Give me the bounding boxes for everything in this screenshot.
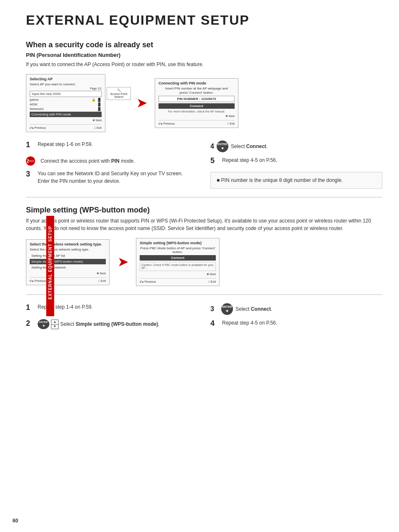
pin-step-3: 3 You can see the Network ID and Securit… [26,170,198,189]
wps-row-adhoc: Setting Ad-hoc network [30,265,106,270]
wps-screen2-next: ❋ Next [140,273,216,276]
wps-screen2-prev: d'● Previous [140,280,156,283]
wps-screen2-bottom: d'● Previous □ Exit [140,278,216,283]
wps-step4-num: 4 [210,319,219,328]
wps-section-title: Simple setting (WPS-button mode) [26,206,382,215]
pin-screen1-prev: d'● Previous [30,126,46,129]
pin-screen2-connect[interactable]: Connect [159,103,235,109]
pin-row-asw: ASW▐▌ [30,102,102,106]
wps-screen2-connect[interactable]: Connect [140,255,216,261]
wps-intro-text: If your access point or wireless router … [26,217,382,232]
pin-arrow: ➤ [137,96,146,110]
wps-step3-text: Select Connect. [235,305,272,313]
pin-screen1-subtitle: Select AP you want to connect. [30,82,102,86]
pin-screen1-bottom: d'● Previous □ Exit [30,124,102,129]
wps-screen1-prev: d'● Previous [30,279,46,282]
pin-step1-text: Repeat step 1-6 on P.59. [38,141,93,148]
sidebar-label: EXTERNAL EQUIPMENT SETUP [46,216,54,316]
pin-intro-text: If you want to connect the AP (Access Po… [26,61,382,68]
pin-section: When a security code is already set PIN … [26,41,382,189]
wps-screen1-exit: □ Exit [98,279,106,282]
pin-screen2: Connecting with PIN mode Insert PIN numb… [155,78,238,128]
pin-screen1-page: Page 1/1 [30,87,102,90]
pin-screen2-prev: d'● Previous [159,122,175,125]
pin-screen2-desc2: press 'Connect' button. [159,91,235,95]
wps-steps: 1 Repeat step 1-4 on P.59. 3 ENTER❋ Sele… [26,303,382,329]
pin-screen2-info: For more information, check the AP manua… [159,110,235,113]
pin-screen1-next: ❋ Next [30,119,102,122]
pin-step4-text: Select Connect. [231,143,268,150]
pin-screen2-title: Connecting with PIN mode [159,81,235,85]
wps-screen2-desc: Press PBC Mode button of AP and press 'C… [140,246,216,254]
wps-row-ap-list: Setting from the AP list [30,253,106,258]
enter-button-2: ENTER❋ [38,319,49,329]
pin-step2-num: 2RED [26,156,35,166]
pin-screen2-exit: □ Exit [227,122,235,125]
wps-screen1: Select the wireless network setting type… [26,239,110,285]
pin-screen2-desc1: Insert PIN number at the AP webpage and [159,87,235,90]
wps-step-4: 4 Repeat step 4-5 on P.56. [210,319,382,329]
wps-diagram: Select the wireless network setting type… [26,238,382,286]
wps-step4-text: Repeat step 4-5 on P.56. [222,319,277,327]
ap-search-balloon: 🔍 Access Point Search [107,87,131,100]
pin-step4-num: 4 [210,143,214,150]
pin-step-2: 2RED Connect the acccess point with PIN … [26,156,198,166]
wps-row-simple-setting: Simple setting (WPS-button mode) [30,259,106,264]
pin-section-title: When a security code is already set [26,41,382,49]
wps-step2-num: 2 [26,319,34,328]
wps-screen2: Simple setting (WPS-button mode) Press P… [136,238,220,286]
pin-step5-num: 5 [210,156,219,166]
wps-screen2-title: Simple setting (WPS-button mode) [140,241,216,245]
pin-row-iptime: iptime🔒 ▐▌ [30,98,102,102]
pin-diagram: Selecting AP Select AP you want to conne… [26,74,382,132]
wps-screen2-exit: □ Exit [208,280,216,283]
wps-screen1-next: ❋ Next [30,272,106,275]
pin-screen2-bottom: d'● Previous □ Exit [159,120,235,125]
pin-screen1: Selecting AP Select AP you want to conne… [26,74,105,132]
wps-screen1-bottom: d'● Previous □ Exit [30,277,106,282]
updown-button: ▲ ▼ [51,320,59,329]
page-number: 60 [13,518,18,524]
enter-button-4: ENTER❋ [217,141,228,152]
pin-number-display: PIN NUBMER : 12345670 [159,96,235,102]
pin-screen1-input: Input the new SSID [30,91,102,97]
pin-step5-text: Repeat step 4-5 on P.56. [222,156,277,164]
pin-step-1: 1 Repeat step 1-6 on P.59. [26,141,198,152]
wps-step-3: 3 ENTER❋ Select Connect. [210,303,382,315]
wps-section: Simple setting (WPS-button mode) If your… [26,206,382,329]
wps-screen2-caution: Caution: Check if PBC mode button is ava… [140,262,216,271]
pin-row-network1: Network1▐▌ [30,107,102,111]
wps-step2-text: Select Simple setting (WPS-button mode). [60,320,159,328]
wps-step-2: 2 ENTER❋ ▲ ▼ Select Simple setting (WPS-… [26,319,198,329]
wps-step3-num: 3 [210,305,219,313]
wps-screen1-title: Select the wireless network setting type… [30,242,106,246]
pin-step2-text: Connect the acccess point with PIN mode. [41,157,135,165]
section-divider-1 [26,197,382,197]
section-divider-2 [26,294,382,295]
pin-note-box: PIN number is the unique 8 digit number … [210,172,382,189]
wps-step1-num: 1 [26,303,34,312]
pin-screen2-next: ❋ Next [159,115,235,118]
pin-screen1-exit: □ Exit [94,126,102,129]
pin-screen1-highlighted: Connecting with PIN mode [30,112,102,117]
pin-note-text: PIN number is the unique 8 digit number … [221,177,343,183]
wps-screen1-subtitle: Select the wireless network setting type… [30,248,106,251]
pin-step-4: 4 ENTER❋ Select Connect. [210,141,382,152]
pin-subsection-title: PIN (Personal Identification Number) [26,52,382,58]
enter-button-3: ENTER❋ [221,303,233,315]
pin-step-5: 5 Repeat step 4-5 on P.56. [210,156,382,166]
pin-screen1-title: Selecting AP [30,77,102,81]
pin-step3-text: You can see the Network ID and Security … [38,170,183,185]
page-title: EXTERNAL EQUIPMENT SETUP [26,13,382,28]
pin-step3-num: 3 [26,170,34,179]
pin-steps: 1 Repeat step 1-6 on P.59. 4 ENTER❋ Sele… [26,141,382,189]
pin-step1-num: 1 [26,141,34,150]
wps-arrow: ➤ [118,255,128,269]
